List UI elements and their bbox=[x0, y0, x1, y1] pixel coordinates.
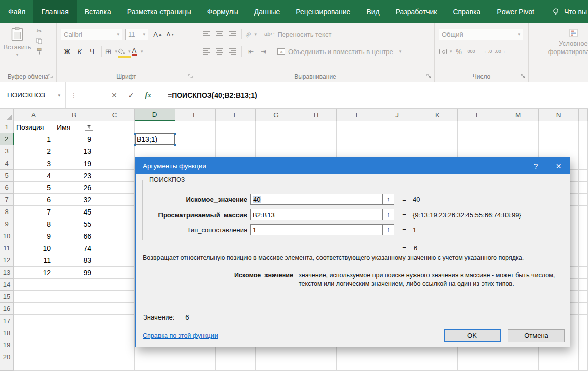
cell-F1[interactable] bbox=[216, 121, 256, 133]
tell-me-box[interactable]: Что вы bbox=[552, 0, 588, 23]
row-header-partial[interactable] bbox=[0, 363, 14, 371]
cell-B3[interactable]: 13 bbox=[54, 145, 94, 157]
col-header-A[interactable]: A bbox=[14, 109, 54, 121]
tab-insert[interactable]: Вставка bbox=[77, 0, 119, 23]
cell-C11[interactable] bbox=[94, 242, 135, 254]
cell-K2[interactable] bbox=[417, 133, 458, 145]
row-header-18[interactable]: 18 bbox=[0, 327, 14, 339]
cell-C4[interactable] bbox=[94, 157, 135, 170]
cell-partial-row20[interactable] bbox=[579, 351, 588, 363]
cell-N3[interactable] bbox=[539, 145, 579, 157]
cell-C14[interactable] bbox=[94, 279, 135, 291]
cell-I1[interactable] bbox=[337, 121, 377, 133]
cell-partial-bottom[interactable] bbox=[539, 363, 579, 371]
cell-partial-bottom[interactable] bbox=[256, 363, 296, 371]
cell-H20[interactable] bbox=[296, 351, 337, 363]
cell-M1[interactable] bbox=[498, 121, 539, 133]
row-header-15[interactable]: 15 bbox=[0, 291, 14, 303]
cell-partial-bottom[interactable] bbox=[337, 363, 377, 371]
cell-C8[interactable] bbox=[94, 206, 135, 218]
cell-partial-row5[interactable] bbox=[579, 170, 588, 182]
cell-A9[interactable]: 8 bbox=[14, 218, 54, 230]
cell-partial-bottom[interactable] bbox=[417, 363, 458, 371]
cell-A13[interactable]: 12 bbox=[14, 267, 54, 279]
cell-partial-row2[interactable] bbox=[579, 133, 588, 145]
cell-H3[interactable] bbox=[296, 145, 337, 157]
dialog-close-icon[interactable]: ✕ bbox=[547, 158, 570, 174]
tab-home[interactable]: Главная bbox=[33, 0, 76, 23]
cell-L20[interactable] bbox=[458, 351, 498, 363]
tab-help[interactable]: Справка bbox=[445, 0, 489, 23]
cell-partial-bottom[interactable] bbox=[498, 363, 539, 371]
accounting-format-button[interactable]: ▾ bbox=[439, 45, 452, 58]
cell-A10[interactable]: 9 bbox=[14, 230, 54, 242]
cell-B1[interactable]: Имя bbox=[54, 121, 94, 133]
collapse-dialog-button-2[interactable]: ↑ bbox=[383, 209, 394, 220]
merge-center-button[interactable]: a Объединить и поместить в центре ▾ bbox=[277, 48, 401, 56]
cell-E2[interactable] bbox=[175, 133, 216, 145]
row-header-20[interactable]: 20 bbox=[0, 351, 14, 363]
align-middle-icon[interactable] bbox=[213, 28, 225, 40]
cell-E1[interactable] bbox=[175, 121, 216, 133]
cell-D20[interactable] bbox=[135, 351, 175, 363]
cell-A20[interactable] bbox=[14, 351, 54, 363]
cell-partial-bottom[interactable] bbox=[135, 363, 175, 371]
cell-A11[interactable]: 10 bbox=[14, 242, 54, 254]
cell-D2[interactable]: B13;1) bbox=[135, 133, 175, 145]
row-header-1[interactable]: 1 bbox=[0, 121, 14, 133]
percent-style-button[interactable]: % bbox=[453, 45, 465, 58]
align-center-icon[interactable] bbox=[213, 45, 225, 58]
cell-C1[interactable] bbox=[94, 121, 135, 133]
cell-G2[interactable] bbox=[256, 133, 296, 145]
name-box[interactable]: ПОИСКПОЗ ▾ bbox=[0, 82, 66, 108]
row-header-4[interactable]: 4 bbox=[0, 157, 14, 170]
ok-button[interactable]: OK bbox=[444, 329, 501, 342]
cell-A4[interactable]: 3 bbox=[14, 157, 54, 170]
cell-partial-row6[interactable] bbox=[579, 182, 588, 194]
cell-C3[interactable] bbox=[94, 145, 135, 157]
cell-B5[interactable]: 23 bbox=[54, 170, 94, 182]
cell-H1[interactable] bbox=[296, 121, 337, 133]
orientation-button[interactable]: ab ▾ bbox=[245, 28, 257, 40]
col-header-I[interactable]: I bbox=[337, 109, 377, 121]
cell-partial-bottom[interactable] bbox=[458, 363, 498, 371]
cell-partial-row7[interactable] bbox=[579, 194, 588, 206]
cell-partial-row14[interactable] bbox=[579, 279, 588, 291]
format-painter-icon[interactable] bbox=[36, 48, 42, 55]
row-header-5[interactable]: 5 bbox=[0, 170, 14, 182]
cell-partial-bottom[interactable] bbox=[377, 363, 417, 371]
col-header-B[interactable]: B bbox=[54, 109, 94, 121]
lookup-array-input[interactable]: B2:B13 bbox=[250, 209, 383, 220]
filter-icon[interactable] bbox=[85, 123, 93, 131]
increase-decimal-button[interactable]: ←.0 bbox=[482, 45, 494, 58]
cell-A19[interactable] bbox=[14, 339, 54, 351]
col-header-J[interactable]: J bbox=[377, 109, 417, 121]
row-header-8[interactable]: 8 bbox=[0, 206, 14, 218]
cell-J1[interactable] bbox=[377, 121, 417, 133]
col-header-M[interactable]: M bbox=[498, 109, 539, 121]
cell-G3[interactable] bbox=[256, 145, 296, 157]
cell-A17[interactable] bbox=[14, 315, 54, 327]
row-header-14[interactable]: 14 bbox=[0, 279, 14, 291]
cell-C12[interactable] bbox=[94, 254, 135, 267]
tab-file[interactable]: Файл bbox=[0, 0, 33, 23]
cell-A5[interactable]: 4 bbox=[14, 170, 54, 182]
tab-review[interactable]: Рецензирование bbox=[288, 0, 358, 23]
cell-B19[interactable] bbox=[54, 339, 94, 351]
cell-C10[interactable] bbox=[94, 230, 135, 242]
bold-button[interactable]: Ж bbox=[61, 45, 73, 58]
cell-F2[interactable] bbox=[216, 133, 256, 145]
increase-indent-icon[interactable]: ⇥ bbox=[258, 45, 270, 58]
cell-F20[interactable] bbox=[216, 351, 256, 363]
cell-G20[interactable] bbox=[256, 351, 296, 363]
grow-font-button[interactable]: А▲ bbox=[152, 28, 164, 40]
cell-J2[interactable] bbox=[377, 133, 417, 145]
collapse-dialog-button-3[interactable]: ↑ bbox=[383, 224, 394, 235]
cell-N2[interactable] bbox=[539, 133, 579, 145]
cell-partial-bottom[interactable] bbox=[14, 363, 54, 371]
col-header-F[interactable]: F bbox=[216, 109, 256, 121]
row-header-7[interactable]: 7 bbox=[0, 194, 14, 206]
borders-button[interactable]: ⊞ ▾ bbox=[105, 45, 117, 58]
paste-button[interactable]: Вставить ▾ bbox=[3, 27, 31, 57]
cell-B20[interactable] bbox=[54, 351, 94, 363]
